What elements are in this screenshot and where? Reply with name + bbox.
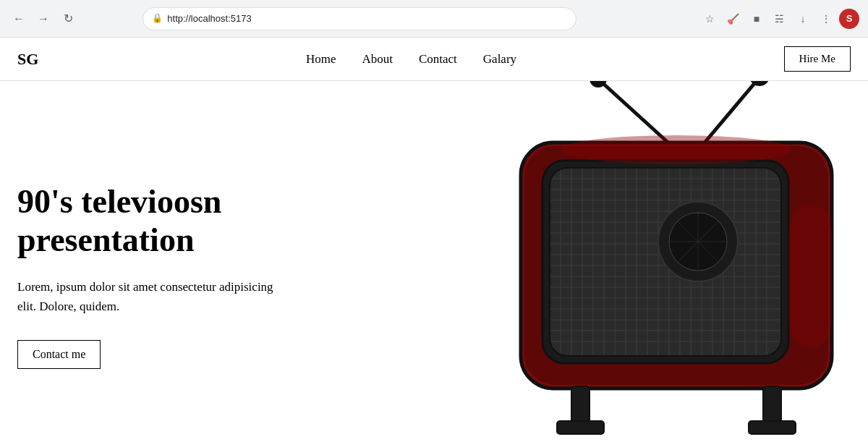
extensions-button[interactable]: 🪠 bbox=[723, 9, 744, 29]
svg-rect-55 bbox=[763, 386, 781, 426]
bookmark-button[interactable]: ☆ bbox=[700, 9, 720, 29]
reload-button[interactable]: ↻ bbox=[58, 9, 78, 29]
website-content: SG Home About Contact Galary Hire Me 90'… bbox=[0, 38, 868, 442]
puzzle-button[interactable]: ■ bbox=[746, 9, 767, 29]
account-button[interactable]: ☵ bbox=[770, 9, 790, 29]
nav-item-contact[interactable]: Contact bbox=[419, 52, 457, 67]
hero-description: Lorem, ipsum dolor sit amet consectetur … bbox=[17, 277, 292, 316]
svg-rect-54 bbox=[557, 421, 604, 434]
browser-actions: ☆ 🪠 ■ ☵ ↓ ⋮ S bbox=[700, 9, 859, 29]
hire-me-button[interactable]: Hire Me bbox=[784, 46, 851, 72]
nav-item-galary[interactable]: Galary bbox=[483, 52, 516, 67]
svg-rect-56 bbox=[749, 421, 796, 434]
downloads-button[interactable]: ↓ bbox=[793, 9, 813, 29]
nav-link-contact[interactable]: Contact bbox=[419, 52, 457, 66]
menu-button[interactable]: ⋮ bbox=[816, 9, 836, 29]
svg-point-52 bbox=[561, 135, 792, 164]
site-logo: SG bbox=[17, 50, 38, 69]
hero-section: 90's televioosn presentation Lorem, ipsu… bbox=[0, 81, 868, 442]
nav-link-home[interactable]: Home bbox=[306, 52, 336, 66]
lock-icon: 🔒 bbox=[152, 13, 163, 24]
forward-button[interactable]: → bbox=[33, 9, 54, 29]
nav-item-about[interactable]: About bbox=[362, 52, 393, 67]
svg-rect-53 bbox=[571, 386, 590, 426]
tv-illustration bbox=[477, 81, 868, 442]
hero-title: 90's televioosn presentation bbox=[17, 183, 365, 260]
browser-nav-buttons: ← → ↻ bbox=[9, 9, 78, 29]
tv-svg bbox=[477, 81, 868, 442]
url-text: http://localhost:5173 bbox=[167, 13, 251, 24]
profile-avatar[interactable]: S bbox=[839, 9, 859, 29]
contact-me-button[interactable]: Contact me bbox=[17, 340, 101, 369]
back-button[interactable]: ← bbox=[9, 9, 29, 29]
svg-rect-57 bbox=[788, 204, 832, 349]
nav-link-about[interactable]: About bbox=[362, 52, 393, 66]
nav-item-home[interactable]: Home bbox=[306, 52, 336, 67]
address-bar[interactable]: 🔒 http://localhost:5173 bbox=[142, 7, 576, 30]
nav-link-galary[interactable]: Galary bbox=[483, 52, 516, 66]
nav-links: Home About Contact Galary bbox=[306, 52, 516, 67]
navbar: SG Home About Contact Galary Hire Me bbox=[0, 38, 868, 81]
browser-chrome: ← → ↻ 🔒 http://localhost:5173 ☆ 🪠 ■ ☵ ↓ … bbox=[0, 0, 868, 38]
hero-text: 90's televioosn presentation Lorem, ipsu… bbox=[17, 183, 365, 368]
